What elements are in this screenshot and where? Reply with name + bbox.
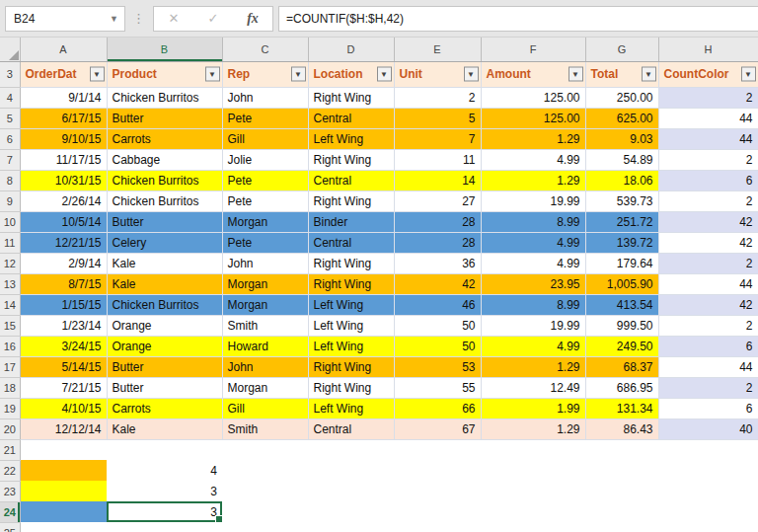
cell-D11[interactable]: Central [308,232,394,253]
cell-C5[interactable]: Pete [222,108,308,128]
cell-F15[interactable]: 19.99 [481,315,585,336]
cell-H17[interactable]: 44 [658,356,758,377]
row-header-13[interactable]: 13 [0,273,20,294]
insert-function-button[interactable]: fx [233,11,272,27]
row-header-18[interactable]: 18 [0,377,20,398]
filter-dropdown-button[interactable]: ▼ [377,67,392,82]
cell-E5[interactable]: 5 [394,108,481,128]
row-header-3[interactable]: 3 [0,61,20,87]
enter-button[interactable]: ✓ [193,11,233,26]
cell-F9[interactable]: 19.99 [481,190,585,211]
cell-E13[interactable]: 42 [394,273,481,294]
cell-D7[interactable]: Right Wing [308,149,394,170]
cell-D25[interactable] [308,522,394,532]
cell-E16[interactable]: 50 [394,336,481,356]
cell-F21[interactable] [481,439,585,460]
cell-A15[interactable]: 1/23/14 [20,315,107,336]
cell-E14[interactable]: 46 [394,294,481,315]
cell-F16[interactable]: 4.99 [481,336,585,356]
cell-C12[interactable]: John [222,253,308,273]
cell-H25[interactable] [658,522,758,532]
cell-F4[interactable]: 125.00 [481,87,585,108]
cell-D22[interactable] [308,460,394,481]
cell-C23[interactable] [222,481,308,501]
cell-A22[interactable] [20,460,107,481]
cell-B7[interactable]: Cabbage [107,149,222,170]
header-cell-amount[interactable]: Amount▼ [481,61,585,87]
name-box-dropdown-icon[interactable]: ▼ [110,14,124,24]
cell-H5[interactable]: 44 [658,108,758,128]
cell-D16[interactable]: Left Wing [308,336,394,356]
header-cell-countcolor[interactable]: CountColor▼ [658,61,758,87]
cell-F6[interactable]: 1.29 [481,128,585,149]
cell-G20[interactable]: 86.43 [585,418,658,439]
cell-D24[interactable] [308,501,394,522]
cell-G19[interactable]: 131.34 [585,398,658,418]
cell-B17[interactable]: Butter [107,356,222,377]
cell-H4[interactable]: 2 [658,87,758,108]
cell-G15[interactable]: 999.50 [585,315,658,336]
row-header-8[interactable]: 8 [0,170,20,190]
cell-F24[interactable] [481,501,585,522]
cell-G23[interactable] [585,481,658,501]
filter-dropdown-button[interactable]: ▼ [741,67,756,82]
cell-C14[interactable]: Morgan [222,294,308,315]
cell-G4[interactable]: 250.00 [585,87,658,108]
cell-E6[interactable]: 7 [394,128,481,149]
cell-B8[interactable]: Chicken Burritos [107,170,222,190]
cell-F20[interactable]: 1.29 [481,418,585,439]
header-cell-location[interactable]: Location▼ [308,61,394,87]
cell-B20[interactable]: Kale [107,418,222,439]
filter-dropdown-button[interactable]: ▼ [464,67,479,82]
cell-F11[interactable]: 4.99 [481,232,585,253]
cell-G16[interactable]: 249.50 [585,336,658,356]
cell-A23[interactable] [20,481,107,501]
cell-G14[interactable]: 413.54 [585,294,658,315]
cell-H24[interactable] [658,501,758,522]
column-header-F[interactable]: F [481,38,585,61]
column-header-H[interactable]: H [658,38,758,61]
cell-G8[interactable]: 18.06 [585,170,658,190]
cell-G9[interactable]: 539.73 [585,190,658,211]
cell-C10[interactable]: Morgan [222,211,308,232]
cell-B25[interactable] [107,522,222,532]
cell-A14[interactable]: 1/15/15 [20,294,107,315]
cell-A16[interactable]: 3/24/15 [20,336,107,356]
cell-A24[interactable] [20,501,107,522]
cancel-button[interactable]: ✕ [154,11,193,26]
cell-C13[interactable]: Morgan [222,273,308,294]
cell-E9[interactable]: 27 [394,190,481,211]
cell-H16[interactable]: 6 [658,336,758,356]
cell-E15[interactable]: 50 [394,315,481,336]
cell-C21[interactable] [222,439,308,460]
cell-H10[interactable]: 42 [658,211,758,232]
cell-F18[interactable]: 12.49 [481,377,585,398]
cell-D9[interactable]: Right Wing [308,190,394,211]
cell-B16[interactable]: Orange [107,336,222,356]
column-header-D[interactable]: D [308,38,394,61]
cell-D18[interactable]: Right Wing [308,377,394,398]
cell-G5[interactable]: 625.00 [585,108,658,128]
cell-B12[interactable]: Kale [107,253,222,273]
cell-A10[interactable]: 10/5/14 [20,211,107,232]
filter-dropdown-button[interactable]: ▼ [642,67,656,82]
row-header-11[interactable]: 11 [0,232,20,253]
row-header-23[interactable]: 23 [0,481,20,501]
row-header-16[interactable]: 16 [0,336,20,356]
cell-D21[interactable] [308,439,394,460]
cell-E8[interactable]: 14 [394,170,481,190]
cell-B13[interactable]: Kale [107,273,222,294]
cell-D4[interactable]: Right Wing [308,87,394,108]
row-header-14[interactable]: 14 [0,294,20,315]
cell-D19[interactable]: Left Wing [308,398,394,418]
cell-A8[interactable]: 10/31/15 [20,170,107,190]
cell-H23[interactable] [658,481,758,501]
row-header-17[interactable]: 17 [0,356,20,377]
filter-dropdown-button[interactable]: ▼ [205,67,220,82]
cell-D6[interactable]: Left Wing [308,128,394,149]
row-header-10[interactable]: 10 [0,211,20,232]
cell-D12[interactable]: Right Wing [308,253,394,273]
cell-G17[interactable]: 68.37 [585,356,658,377]
cell-D5[interactable]: Central [308,108,394,128]
cell-C18[interactable]: Morgan [222,377,308,398]
